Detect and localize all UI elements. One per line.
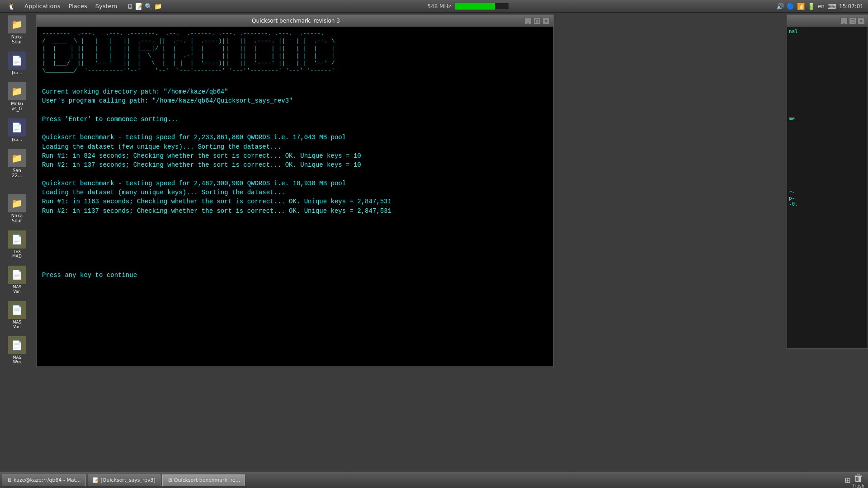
- titlebar-controls: _ □ ×: [524, 17, 550, 24]
- desktop-icon-img-9: 📄: [8, 301, 26, 319]
- quicklaunch-icon-1[interactable]: 🖥: [127, 3, 133, 10]
- terminal-title: Quicksort benchmark, revision 3: [67, 18, 524, 24]
- ascii-art-banner: -------- .---. .---. .-------. .--. .---…: [42, 30, 548, 75]
- term-line-blank1: [42, 105, 548, 114]
- term-line-blank9: [42, 261, 548, 270]
- trash-label: Trash: [853, 483, 864, 488]
- desktop-icon-img-5: 📁: [8, 149, 26, 167]
- desktop-icon-label-9: MASVan: [13, 320, 22, 329]
- layout-icon[interactable]: ⊞: [844, 476, 850, 484]
- desktop-icon-img-1: 📁: [8, 15, 26, 33]
- term-line-press-key: Press any key to continue: [42, 271, 548, 280]
- term-line-blank5: [42, 225, 548, 234]
- terminal-titlebar: Quicksort benchmark, revision 3 _ □ ×: [37, 15, 553, 27]
- second-window-text-2: me: [789, 116, 866, 122]
- taskbar-btn-editor-label: [Quicksort_says_rev3]: [101, 477, 156, 483]
- desktop-icon-3[interactable]: 📁 Mokuvs_G: [0, 80, 34, 114]
- close-button[interactable]: ×: [542, 17, 550, 24]
- taskbar-btn-editor-icon: 📝: [93, 477, 99, 483]
- desktop-icon-10[interactable]: 📄 MASWra: [0, 333, 34, 367]
- quicklaunch-icon-2[interactable]: 📝: [135, 3, 143, 10]
- taskbar-btn-quicksort-icon: 🖥: [167, 477, 172, 483]
- second-minimize-btn[interactable]: _: [840, 17, 848, 24]
- taskbar-btn-quicksort-label: Quicksort benchmark, re...: [174, 477, 241, 483]
- term-line-bench2: Quicksort benchmark - testing speed for …: [42, 179, 548, 188]
- second-window-text-1: nal: [789, 28, 866, 34]
- desktop-icon-4[interactable]: 📄 [ka...: [0, 116, 34, 145]
- network-icon[interactable]: 📶: [797, 3, 805, 10]
- taskbar-btn-quicksort[interactable]: 🖥 Quicksort benchmark, re...: [162, 474, 245, 486]
- desktop-icon-img-6: 📁: [8, 194, 26, 212]
- term-line-blank3: [42, 169, 548, 178]
- menu-applications[interactable]: Applications: [21, 2, 64, 10]
- desktop-icon-2[interactable]: 📄 [ka...: [0, 49, 34, 78]
- cpu-bar-background: [455, 3, 509, 10]
- terminal-body[interactable]: -------- .---. .---. .-------. .--. .---…: [37, 27, 553, 366]
- term-line-loading2: Loading the dataset (many unique keys)..…: [42, 188, 548, 197]
- maximize-button[interactable]: □: [533, 17, 541, 24]
- desktop-icon-label-10: MASWra: [13, 355, 22, 364]
- desktop-icon-label-1: NakaSour: [11, 34, 23, 44]
- taskbar-bottom-right: ⊞ 🗑 Trash: [844, 472, 866, 488]
- second-close-btn[interactable]: ×: [858, 17, 865, 24]
- desktop-icon-img-4: 📄: [8, 118, 26, 136]
- volume-icon[interactable]: 🔊: [776, 3, 784, 10]
- term-line-run2-2: Run #2: in 1137 seconds; Checking whethe…: [42, 206, 548, 216]
- second-maximize-btn[interactable]: □: [849, 17, 856, 24]
- desktop-icon-5[interactable]: 📁 San22...: [0, 146, 34, 181]
- desktop-icon-6[interactable]: 📁 NakaSour: [0, 192, 34, 226]
- term-line-blank8: [42, 252, 548, 261]
- quick-launch: 🖥 📝 🔍 📁: [124, 3, 165, 10]
- battery-icon[interactable]: 🔋: [807, 3, 815, 10]
- desktop-icon-label-6: NakaSour: [11, 213, 23, 223]
- desktop-icon-9[interactable]: 📄 MASVan: [0, 298, 34, 332]
- desktop-icon-img-3: 📁: [8, 82, 26, 100]
- desktop-icon-label-2: [ka...: [12, 70, 22, 75]
- taskbar-bottom: 🖥 kaze@kaze:~/qb64 - Mat... 📝 [Quicksort…: [0, 472, 868, 488]
- terminal-window: Quicksort benchmark, revision 3 _ □ × --…: [36, 14, 554, 367]
- apps-menu: 🐧 Applications Places System: [0, 1, 124, 11]
- term-line-loading1: Loading the dataset (few unique keys)...…: [42, 142, 548, 151]
- taskbar-btn-terminal[interactable]: 🖥 kaze@kaze:~/qb64 - Mat...: [2, 474, 86, 486]
- second-window-controls: _ □ ×: [840, 17, 865, 24]
- quicklaunch-icon-4[interactable]: 📁: [154, 3, 162, 10]
- keyboard-icon[interactable]: ⌨: [827, 3, 836, 10]
- layout-indicator: ⊞: [844, 476, 850, 484]
- second-window-titlebar: _ □ ×: [787, 15, 868, 27]
- desktop-icon-img-8: 📄: [8, 266, 26, 284]
- second-window-body: nal me r-p--0.: [787, 27, 868, 209]
- taskbar-right: 🔊 🔵 📶 🔋 en ⌨ 15:07:01: [772, 3, 868, 10]
- desktop-icon-label-7: TEXMAD: [12, 249, 22, 258]
- menu-system[interactable]: System: [92, 2, 121, 10]
- second-window-partial: _ □ × nal me r-p--0.: [787, 14, 868, 349]
- trash-icon[interactable]: 🗑 Trash: [853, 472, 864, 488]
- term-line-bench1: Quicksort benchmark - testing speed for …: [42, 133, 548, 142]
- menu-item-icon: 🐧: [4, 1, 20, 11]
- desktop-icon-label-3: Mokuvs_G: [11, 101, 23, 111]
- bluetooth-icon[interactable]: 🔵: [787, 3, 794, 10]
- term-line-blank4: [42, 216, 548, 225]
- taskbar-btn-editor[interactable]: 📝 [Quicksort_says_rev3]: [88, 474, 160, 486]
- second-window-text-3: r-p--0.: [789, 189, 866, 207]
- desktop-icon-1[interactable]: 📁 NakaSour: [0, 13, 34, 47]
- cpu-bar-fill: [455, 3, 495, 9]
- desktop-icon-img-7: 📄: [8, 230, 26, 249]
- term-line-run1-1: Run #1: in 824 seconds; Checking whether…: [42, 151, 548, 160]
- taskbar-top: 🐧 Applications Places System 🖥 📝 🔍 📁 548…: [0, 0, 868, 13]
- quicklaunch-icon-3[interactable]: 🔍: [145, 3, 152, 10]
- term-line-blank6: [42, 234, 548, 243]
- taskbar-btn-terminal-icon: 🖥: [7, 477, 12, 483]
- term-line-run2-1: Run #1: in 1163 seconds; Checking whethe…: [42, 197, 548, 206]
- desktop-icons-area: 📁 NakaSour 📄 [ka... 📁 Mokuvs_G 📄 [ka... …: [0, 13, 34, 472]
- term-line-blank2: [42, 124, 548, 133]
- desktop-icon-label-4: [ka...: [12, 137, 22, 142]
- locale-label: en: [818, 3, 825, 9]
- cpu-label: 548 MHz: [427, 3, 451, 9]
- desktop-icon-8[interactable]: 📄 MASVan: [0, 263, 34, 296]
- minimize-button[interactable]: _: [524, 17, 532, 24]
- term-line-0: [42, 78, 548, 87]
- desktop-icon-7[interactable]: 📄 TEXMAD: [0, 228, 34, 261]
- term-line-cwd: Current working directory path: "/home/k…: [42, 87, 548, 96]
- taskbar-center: 548 MHz: [165, 3, 772, 10]
- menu-places[interactable]: Places: [65, 2, 90, 10]
